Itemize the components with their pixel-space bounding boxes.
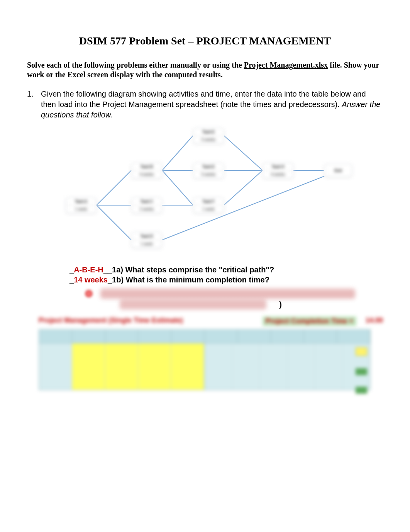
blurred-dot-icon bbox=[85, 290, 93, 297]
node-e-label: Task E bbox=[193, 163, 224, 171]
ans-b-value: 14 weeks bbox=[74, 275, 108, 284]
svg-line-0 bbox=[97, 170, 131, 205]
question-body: Given the following diagram showing acti… bbox=[41, 89, 383, 120]
intro-paragraph: Solve each of the following problems eit… bbox=[27, 60, 383, 80]
ans-b-prefix: _ bbox=[69, 275, 74, 284]
green-badge bbox=[356, 368, 367, 375]
ans-a-question: What steps comprise the "critical path"? bbox=[123, 265, 274, 274]
node-b-label: Task B bbox=[132, 163, 162, 171]
page-title: DSIM 577 Problem Set – PROJECT MANAGEMEN… bbox=[27, 35, 383, 47]
blurred-text bbox=[120, 299, 266, 309]
ans-b-question: What is the minimum completion time? bbox=[124, 275, 269, 284]
node-d-duration: 1 week bbox=[132, 240, 162, 248]
node-c: Task C 2 weeks bbox=[131, 197, 162, 213]
node-end-label: End bbox=[335, 168, 342, 173]
sheet-right-panel bbox=[205, 343, 370, 390]
ans-b-suffix: _1b) bbox=[108, 275, 124, 284]
node-e: Task E 5 weeks bbox=[193, 163, 224, 178]
node-c-duration: 2 weeks bbox=[132, 206, 162, 213]
node-top-label: Task E bbox=[193, 128, 224, 136]
node-d-label: Task D bbox=[132, 233, 162, 240]
ans-a-prefix: _ bbox=[69, 265, 74, 274]
node-d: Task D 1 week bbox=[131, 232, 162, 248]
node-top-duration: 5 weeks bbox=[193, 136, 224, 143]
node-a-label: Task A bbox=[66, 198, 96, 206]
node-b-duration: 4 weeks bbox=[132, 171, 162, 178]
blurred-text-line-2: ) bbox=[120, 299, 282, 309]
node-f-duration: 1 week bbox=[193, 206, 224, 213]
answer-1b: _14 weeks_1b) What is the minimum comple… bbox=[69, 275, 383, 285]
sheet-left-panel bbox=[39, 343, 205, 390]
node-c-label: Task C bbox=[132, 198, 162, 206]
spreadsheet-header: Project Management (Single Time Estimate… bbox=[39, 316, 383, 326]
intro-link-text: Project Management.xlsx bbox=[244, 61, 328, 69]
node-e-top: Task E 5 weeks bbox=[193, 128, 224, 144]
node-f: Task F 1 week bbox=[193, 197, 224, 213]
sheet-right-title: Project Completion Time = bbox=[263, 316, 356, 326]
node-e-duration: 5 weeks bbox=[193, 171, 224, 178]
question-1: 1. Given the following diagram showing a… bbox=[27, 89, 383, 120]
node-h-duration: 4 weeks bbox=[263, 171, 293, 178]
spreadsheet-preview bbox=[39, 329, 371, 390]
svg-line-6 bbox=[162, 170, 193, 205]
answers-block: _A-B-E-H__1a) What steps comprise the "c… bbox=[69, 265, 383, 285]
sheet-header-row bbox=[39, 330, 370, 343]
node-h: Task H 4 weeks bbox=[263, 163, 293, 178]
node-h-label: Task H bbox=[263, 163, 293, 171]
intro-pre: Solve each of the following problems eit… bbox=[27, 61, 244, 69]
node-b: Task B 4 weeks bbox=[131, 163, 162, 178]
svg-line-9 bbox=[224, 170, 263, 205]
svg-line-11 bbox=[162, 176, 324, 240]
green-badge bbox=[356, 387, 367, 394]
network-diagram: Task A 1 week Task B 4 weeks Task C 2 we… bbox=[46, 124, 363, 259]
ans-a-suffix: __1a) bbox=[103, 265, 123, 274]
yellow-badge bbox=[356, 347, 367, 356]
sheet-left-title: Project Management (Single Time Estimate… bbox=[39, 316, 183, 326]
ans-a-value: A-B-E-H bbox=[74, 265, 103, 274]
node-a: Task A 1 week bbox=[66, 197, 97, 213]
node-a-duration: 1 week bbox=[66, 206, 96, 213]
svg-line-7 bbox=[224, 136, 263, 170]
sheet-body bbox=[39, 343, 370, 390]
diagram-edges bbox=[46, 124, 363, 259]
blurred-text bbox=[100, 289, 355, 299]
sheet-right-value: 14.00 bbox=[366, 316, 383, 326]
svg-line-2 bbox=[97, 205, 131, 240]
closing-paren: ) bbox=[279, 300, 282, 309]
svg-line-3 bbox=[162, 136, 193, 170]
node-f-label: Task F bbox=[193, 198, 224, 206]
answer-1a: _A-B-E-H__1a) What steps comprise the "c… bbox=[69, 265, 383, 275]
blurred-text-line-1 bbox=[85, 289, 355, 299]
question-text: Given the following diagram showing acti… bbox=[41, 90, 366, 109]
question-number: 1. bbox=[27, 89, 41, 120]
node-end: End bbox=[324, 164, 352, 177]
